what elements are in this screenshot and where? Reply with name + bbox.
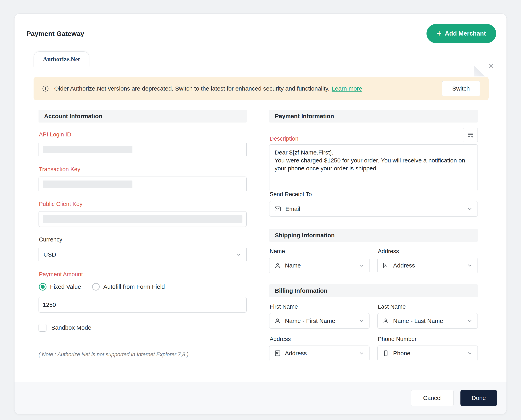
- corner-fold: [474, 66, 485, 76]
- shipping-address-select[interactable]: Address: [378, 258, 478, 273]
- browser-support-note: ( Note : Authorize.Net is not supported …: [38, 352, 247, 358]
- close-icon[interactable]: ✕: [488, 63, 494, 70]
- shipping-name-select[interactable]: Name: [269, 258, 370, 273]
- currency-select[interactable]: USD: [38, 247, 247, 262]
- authorize-net-logo: Authorize.Net: [43, 56, 80, 63]
- payment-information-header: Payment Information: [269, 110, 478, 122]
- radio-selected-icon: [39, 283, 46, 291]
- insert-field-icon: [467, 131, 474, 139]
- page-title: Payment Gateway: [26, 30, 84, 38]
- radio-unselected-icon: [92, 283, 100, 291]
- transaction-key-input[interactable]: [38, 177, 247, 192]
- api-login-id-input[interactable]: [38, 142, 247, 157]
- plus-icon: +: [437, 29, 442, 38]
- footer-bar: Cancel Done: [15, 382, 506, 414]
- payment-amount-input[interactable]: 1250: [38, 297, 247, 313]
- chevron-down-icon: [467, 350, 473, 356]
- gateway-panel: Older Authorize.Net versions are depreca…: [15, 67, 506, 382]
- description-textarea[interactable]: Dear ${zf:Name.First}, You were charged …: [269, 144, 478, 191]
- send-receipt-label: Send Receipt To: [270, 191, 478, 198]
- billing-labels-row-1: First Name Last Name: [269, 303, 478, 310]
- fixed-value-label: Fixed Value: [50, 283, 81, 290]
- shipping-address-value: Address: [393, 262, 415, 269]
- send-receipt-select[interactable]: Email: [269, 201, 478, 217]
- public-client-key-input[interactable]: [38, 211, 247, 227]
- payment-amount-value: 1250: [43, 301, 56, 308]
- send-receipt-value: Email: [285, 206, 300, 212]
- payment-amount-label: Payment Amount: [39, 271, 247, 278]
- masked-value: [43, 146, 133, 153]
- chevron-down-icon: [467, 262, 473, 269]
- shipping-labels-row: Name Address: [269, 248, 478, 255]
- learn-more-link[interactable]: Learn more: [332, 85, 362, 92]
- autofill-label: Autofill from Form Field: [103, 283, 165, 290]
- shipping-address-label: Address: [378, 248, 478, 255]
- switch-button[interactable]: Switch: [442, 81, 480, 96]
- shipping-name-value: Name: [285, 262, 301, 269]
- shipping-name-label: Name: [269, 248, 370, 255]
- shipping-information-header: Shipping Information: [269, 229, 478, 242]
- masked-value: [43, 180, 133, 188]
- billing-first-name-value: Name - First Name: [285, 317, 335, 324]
- gateway-tab-row: Authorize.Net: [15, 43, 506, 67]
- add-merchant-label: Add Merchant: [445, 30, 486, 37]
- billing-address-value: Address: [285, 350, 307, 357]
- payment-information-column: Payment Information Description Dear ${z…: [269, 110, 478, 361]
- billing-phone-label: Phone Number: [378, 336, 478, 342]
- autofill-radio[interactable]: Autofill from Form Field: [92, 283, 165, 291]
- billing-phone-value: Phone: [393, 350, 410, 357]
- chevron-down-icon: [359, 262, 365, 269]
- account-information-header: Account Information: [38, 110, 247, 122]
- billing-selects-row-1: Name - First Name Name - Last Name: [269, 313, 478, 329]
- done-button[interactable]: Done: [461, 390, 497, 406]
- sandbox-mode-option[interactable]: Sandbox Mode: [38, 324, 247, 332]
- tab-authorize-net[interactable]: Authorize.Net: [34, 52, 89, 67]
- billing-address-select[interactable]: Address: [269, 345, 370, 361]
- person-icon: [274, 317, 281, 324]
- chevron-down-icon: [467, 318, 473, 324]
- billing-information-header: Billing Information: [269, 284, 478, 297]
- billing-first-name-select[interactable]: Name - First Name: [269, 313, 370, 329]
- currency-label: Currency: [39, 236, 247, 243]
- cancel-button[interactable]: Cancel: [411, 390, 454, 406]
- form-columns: Account Information API Login ID Transac…: [38, 110, 478, 361]
- banner-text: Older Authorize.Net versions are depreca…: [54, 85, 330, 92]
- insert-field-button[interactable]: [463, 128, 478, 142]
- address-book-icon: [274, 350, 281, 357]
- deprecation-banner: Older Authorize.Net versions are depreca…: [34, 77, 489, 100]
- billing-first-name-label: First Name: [269, 303, 370, 310]
- billing-last-name-select[interactable]: Name - Last Name: [378, 313, 478, 329]
- mail-icon: [274, 205, 281, 212]
- billing-labels-row-2: Address Phone Number: [269, 336, 478, 342]
- chevron-down-icon: [359, 318, 365, 324]
- billing-last-name-value: Name - Last Name: [393, 317, 443, 324]
- fixed-value-radio[interactable]: Fixed Value: [39, 283, 81, 291]
- info-icon: [42, 85, 49, 92]
- chevron-down-icon: [236, 252, 242, 258]
- address-book-icon: [382, 262, 389, 269]
- chevron-down-icon: [467, 206, 473, 212]
- masked-value: [43, 215, 242, 223]
- column-divider: [247, 110, 269, 361]
- add-merchant-button[interactable]: + Add Merchant: [426, 24, 496, 43]
- shipping-selects-row: Name Address: [269, 258, 478, 273]
- chevron-down-icon: [359, 350, 365, 356]
- person-icon: [382, 317, 389, 324]
- payment-gateway-card: Payment Gateway + Add Merchant Authorize…: [14, 14, 507, 414]
- billing-address-label: Address: [269, 336, 370, 342]
- currency-value: USD: [44, 251, 56, 258]
- sandbox-mode-label: Sandbox Mode: [51, 324, 91, 331]
- payment-amount-options: Fixed Value Autofill from Form Field: [39, 282, 247, 291]
- api-login-id-label: API Login ID: [39, 131, 247, 138]
- public-client-key-label: Public Client Key: [39, 201, 247, 207]
- description-row: Description: [269, 128, 478, 142]
- transaction-key-label: Transaction Key: [39, 166, 247, 172]
- billing-selects-row-2: Address Phone: [269, 345, 478, 361]
- account-information-column: Account Information API Login ID Transac…: [38, 110, 247, 361]
- billing-phone-select[interactable]: Phone: [378, 345, 478, 361]
- person-icon: [274, 262, 281, 269]
- description-label: Description: [270, 135, 298, 142]
- phone-icon: [382, 350, 389, 357]
- card-header: Payment Gateway + Add Merchant: [15, 14, 506, 43]
- checkbox-icon: [38, 324, 46, 332]
